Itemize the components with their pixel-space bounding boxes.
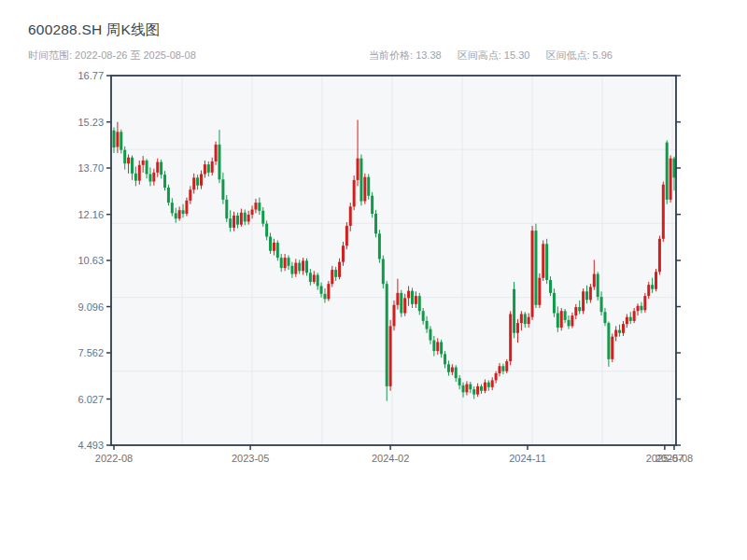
price-stats: 当前价格: 13.38 区间高点: 15.30 区间低点: 5.96 — [369, 49, 626, 63]
x-tick-label: 2023-05 — [232, 453, 269, 464]
plot-background — [111, 76, 676, 445]
stat-range-low-label: 区间低点 — [545, 49, 586, 61]
stat-range-low: 区间低点: 5.96 — [545, 49, 613, 61]
y-tick-label: 4.493 — [78, 440, 104, 451]
y-tick-label: 13.70 — [78, 162, 104, 174]
x-tick-label: 2025-08 — [655, 453, 693, 464]
stat-range-low-value: 5.96 — [593, 49, 613, 61]
y-tick-label: 7.562 — [78, 347, 104, 358]
stat-current-price-value: 13.38 — [416, 49, 442, 61]
y-tick-label: 15.23 — [78, 117, 104, 128]
page-title: 600288.SH 周K线图 — [28, 21, 161, 40]
stat-current-price: 当前价格: 13.38 — [369, 49, 442, 61]
stat-range-high-value: 15.30 — [504, 49, 530, 61]
kline-chart: 16.7715.2313.7012.1610.639.0967.5626.027… — [0, 0, 747, 560]
stat-range-high: 区间高点: 15.30 — [458, 49, 530, 61]
y-tick-label: 10.63 — [78, 255, 104, 266]
x-tick-label: 2024-02 — [372, 453, 409, 464]
y-tick-label: 9.096 — [78, 301, 104, 313]
y-tick-label: 12.16 — [78, 209, 104, 220]
x-tick-label: 2022-08 — [95, 453, 133, 464]
y-tick-label: 6.027 — [78, 394, 104, 405]
y-tick-label: 16.77 — [78, 70, 104, 81]
stat-range-high-label: 区间高点 — [458, 49, 499, 61]
kline-screen: 16.7715.2313.7012.1610.639.0967.5626.027… — [0, 0, 747, 560]
stat-current-price-label: 当前价格 — [369, 49, 410, 61]
x-tick-label: 2024-11 — [509, 453, 546, 464]
date-range-label: 时间范围: 2022-08-26 至 2025-08-08 — [28, 49, 196, 63]
